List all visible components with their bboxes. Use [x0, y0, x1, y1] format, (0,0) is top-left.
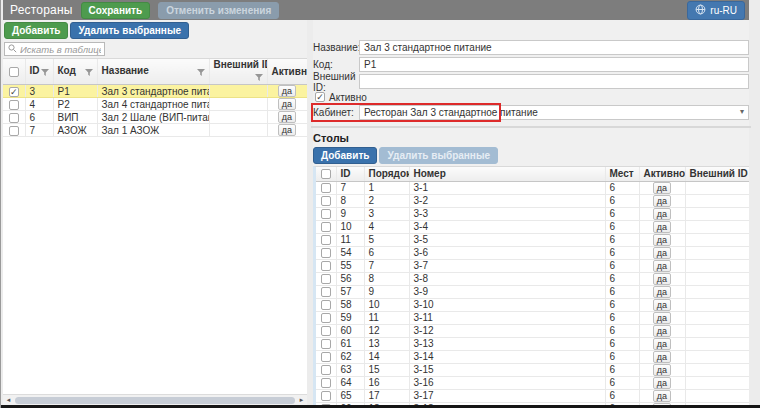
- table-row[interactable]: 64163-166да: [316, 376, 749, 389]
- locale-button[interactable]: ru-RU: [687, 1, 745, 20]
- column-header-1[interactable]: ID: [25, 59, 53, 85]
- row-checkbox[interactable]: [321, 300, 331, 310]
- filter-icon[interactable]: [85, 68, 93, 79]
- table-row[interactable]: 1153-56да: [316, 233, 749, 246]
- table-row[interactable]: 933-36да: [316, 207, 749, 220]
- row-checkbox[interactable]: [321, 222, 331, 232]
- active-badge[interactable]: да: [653, 195, 671, 207]
- table-row[interactable]: 65173-176да: [316, 389, 749, 402]
- code-field[interactable]: [359, 57, 749, 72]
- column-header-4[interactable]: Внешний ID: [209, 59, 267, 85]
- select-all-checkbox[interactable]: [321, 169, 331, 179]
- row-checkbox[interactable]: ✓: [9, 87, 19, 97]
- scroll-left-icon[interactable]: ◄: [3, 395, 14, 406]
- active-badge[interactable]: да: [278, 98, 296, 110]
- filter-icon[interactable]: [255, 73, 263, 84]
- cabinet-select[interactable]: Ресторан Зал 3 стандартное питание ▾: [359, 105, 749, 120]
- table-row[interactable]: ✓3P1Зал 3 стандартное питаниеда: [3, 85, 307, 98]
- active-badge[interactable]: да: [278, 124, 296, 136]
- active-badge[interactable]: да: [278, 111, 296, 123]
- row-checkbox[interactable]: [9, 126, 19, 136]
- name-field[interactable]: [359, 40, 749, 55]
- column-header-6[interactable]: Внешний ID: [685, 167, 749, 181]
- row-checkbox[interactable]: [321, 261, 331, 271]
- row-checkbox[interactable]: [321, 196, 331, 206]
- external-id-field[interactable]: [359, 74, 749, 89]
- table-row[interactable]: 6ВИПЗал 2 Шале (ВИП-питание)да: [3, 111, 307, 124]
- active-badge[interactable]: да: [653, 208, 671, 220]
- scrollbar-track[interactable]: [14, 395, 296, 406]
- table-row[interactable]: 713-16да: [316, 181, 749, 194]
- table-row[interactable]: 5463-66да: [316, 246, 749, 259]
- row-checkbox[interactable]: [321, 339, 331, 349]
- active-badge[interactable]: да: [653, 234, 671, 246]
- active-badge[interactable]: да: [653, 221, 671, 233]
- filter-icon[interactable]: [197, 68, 205, 79]
- table-row[interactable]: 63153-156да: [316, 363, 749, 376]
- row-checkbox[interactable]: [321, 352, 331, 362]
- column-header-5[interactable]: Активно: [639, 167, 685, 181]
- save-button[interactable]: Сохранить: [81, 2, 151, 19]
- active-badge[interactable]: да: [653, 312, 671, 324]
- row-checkbox[interactable]: [9, 113, 19, 123]
- table-row[interactable]: 5683-86да: [316, 272, 749, 285]
- active-badge[interactable]: да: [653, 351, 671, 363]
- cell-active: да: [267, 111, 307, 124]
- table-row[interactable]: 58103-106да: [316, 298, 749, 311]
- column-header-3[interactable]: Название: [97, 59, 209, 85]
- active-badge[interactable]: да: [653, 260, 671, 272]
- search-box[interactable]: [4, 42, 105, 56]
- active-badge[interactable]: да: [653, 299, 671, 311]
- active-checkbox[interactable]: ✓: [315, 92, 325, 102]
- table-row[interactable]: 823-26да: [316, 194, 749, 207]
- filter-icon[interactable]: [41, 68, 49, 79]
- column-header-4[interactable]: Мест: [605, 167, 639, 181]
- row-checkbox[interactable]: [321, 326, 331, 336]
- select-all-checkbox[interactable]: [9, 67, 19, 77]
- column-header-3[interactable]: Номер: [409, 167, 605, 181]
- table-row[interactable]: 4P2Зал 4 стандартное питаниеда: [3, 98, 307, 111]
- scroll-right-icon[interactable]: ►: [296, 395, 307, 406]
- table-row[interactable]: 61133-136да: [316, 337, 749, 350]
- row-checkbox[interactable]: [321, 274, 331, 284]
- row-checkbox[interactable]: [321, 183, 331, 193]
- active-badge[interactable]: да: [653, 286, 671, 298]
- active-badge[interactable]: да: [653, 338, 671, 350]
- delete-tables-button[interactable]: Удалить выбранные: [379, 147, 498, 164]
- table-row[interactable]: 59113-116да: [316, 311, 749, 324]
- row-checkbox[interactable]: [321, 365, 331, 375]
- active-badge[interactable]: да: [653, 182, 671, 194]
- row-checkbox[interactable]: [321, 378, 331, 388]
- table-row[interactable]: 5573-76да: [316, 259, 749, 272]
- active-badge[interactable]: да: [653, 325, 671, 337]
- column-header-2[interactable]: Код: [53, 59, 97, 85]
- active-badge[interactable]: да: [653, 377, 671, 389]
- delete-restaurants-button[interactable]: Удалить выбранные: [70, 22, 189, 39]
- add-table-button[interactable]: Добавить: [313, 147, 377, 164]
- column-header-5[interactable]: Активно: [267, 59, 307, 85]
- active-badge[interactable]: да: [653, 390, 671, 402]
- add-restaurant-button[interactable]: Добавить: [4, 22, 68, 39]
- row-checkbox[interactable]: [321, 248, 331, 258]
- cancel-changes-button[interactable]: Отменить изменения: [158, 2, 279, 19]
- table-row[interactable]: 7АЗОЖЗал 1 АЗОЖда: [3, 124, 307, 137]
- row-checkbox[interactable]: [321, 313, 331, 323]
- search-input[interactable]: [20, 44, 101, 55]
- active-badge[interactable]: да: [653, 273, 671, 285]
- active-badge[interactable]: да: [653, 247, 671, 259]
- table-row[interactable]: 60123-126да: [316, 324, 749, 337]
- row-checkbox[interactable]: [321, 235, 331, 245]
- table-row[interactable]: 5793-96да: [316, 285, 749, 298]
- table-row[interactable]: 62143-146да: [316, 350, 749, 363]
- row-checkbox[interactable]: [321, 391, 331, 401]
- row-checkbox[interactable]: [321, 209, 331, 219]
- column-header-2[interactable]: Порядок: [364, 167, 409, 181]
- scrollbar-thumb[interactable]: [15, 397, 295, 404]
- row-checkbox[interactable]: [321, 287, 331, 297]
- row-checkbox[interactable]: [9, 100, 19, 110]
- active-badge[interactable]: да: [653, 364, 671, 376]
- column-header-1[interactable]: ID: [336, 167, 364, 181]
- active-badge[interactable]: да: [278, 85, 296, 97]
- horizontal-scrollbar[interactable]: ◄ ►: [3, 394, 307, 405]
- table-row[interactable]: 1043-46да: [316, 220, 749, 233]
